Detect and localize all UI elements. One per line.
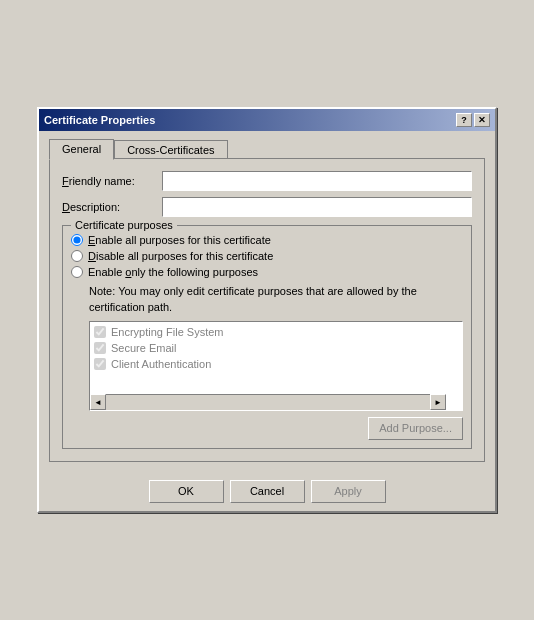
friendly-name-row: Friendly name: bbox=[62, 171, 472, 191]
title-bar-text: Certificate Properties bbox=[44, 114, 155, 126]
radio-enable-only-row: Enable only the following purposes bbox=[71, 266, 463, 278]
radio-disable-all[interactable] bbox=[71, 250, 83, 262]
scroll-right-arrow[interactable]: ► bbox=[430, 394, 446, 410]
radio-enable-only-label: Enable only the following purposes bbox=[88, 266, 258, 278]
radio-enable-all[interactable] bbox=[71, 234, 83, 246]
purpose-label-efs: Encrypting File System bbox=[111, 326, 223, 338]
purpose-checkbox-efs bbox=[94, 326, 106, 338]
cancel-button[interactable]: Cancel bbox=[230, 480, 305, 503]
friendly-name-label: Friendly name: bbox=[62, 175, 162, 187]
dialog-footer: OK Cancel Apply bbox=[39, 472, 495, 511]
description-row: Description: bbox=[62, 197, 472, 217]
certificate-purposes-group: Certificate purposes Enable all purposes… bbox=[62, 225, 472, 449]
scroll-left-arrow[interactable]: ◄ bbox=[90, 394, 106, 410]
purpose-label-email: Secure Email bbox=[111, 342, 176, 354]
purpose-label-client-auth: Client Authentication bbox=[111, 358, 211, 370]
certificate-properties-dialog: Certificate Properties ? ✕ General Cross… bbox=[37, 107, 497, 513]
radio-disable-all-label: Disable all purposes for this certificat… bbox=[88, 250, 273, 262]
radio-enable-only[interactable] bbox=[71, 266, 83, 278]
purposes-list-container: Encrypting File System Secure Email Clie… bbox=[89, 321, 463, 411]
title-bar-buttons: ? ✕ bbox=[456, 113, 490, 127]
list-item: Secure Email bbox=[94, 342, 458, 354]
purpose-checkbox-client-auth bbox=[94, 358, 106, 370]
add-purpose-row: Add Purpose... bbox=[71, 417, 463, 440]
apply-button[interactable]: Apply bbox=[311, 480, 386, 503]
tab-content-general: Friendly name: Description: Certificate … bbox=[49, 158, 485, 462]
tab-bar: General Cross-Certificates bbox=[49, 139, 485, 159]
list-item: Encrypting File System bbox=[94, 326, 458, 338]
title-bar: Certificate Properties ? ✕ bbox=[39, 109, 495, 131]
tab-cross-certificates[interactable]: Cross-Certificates bbox=[114, 140, 227, 160]
tab-general[interactable]: General bbox=[49, 139, 114, 160]
description-input[interactable] bbox=[162, 197, 472, 217]
note-text: Note: You may only edit certificate purp… bbox=[89, 284, 463, 315]
close-button[interactable]: ✕ bbox=[474, 113, 490, 127]
help-button[interactable]: ? bbox=[456, 113, 472, 127]
radio-enable-all-label: Enable all purposes for this certificate bbox=[88, 234, 271, 246]
horizontal-scrollbar[interactable]: ◄ ► bbox=[90, 394, 446, 410]
ok-button[interactable]: OK bbox=[149, 480, 224, 503]
scroll-track-h bbox=[106, 395, 430, 410]
purpose-checkbox-email bbox=[94, 342, 106, 354]
description-label: Description: bbox=[62, 201, 162, 213]
purposes-list: Encrypting File System Secure Email Clie… bbox=[90, 322, 462, 378]
radio-disable-all-row: Disable all purposes for this certificat… bbox=[71, 250, 463, 262]
radio-enable-all-row: Enable all purposes for this certificate bbox=[71, 234, 463, 246]
add-purpose-button[interactable]: Add Purpose... bbox=[368, 417, 463, 440]
list-item: Client Authentication bbox=[94, 358, 458, 370]
friendly-name-input[interactable] bbox=[162, 171, 472, 191]
dialog-content: General Cross-Certificates Friendly name… bbox=[39, 131, 495, 472]
certificate-purposes-legend: Certificate purposes bbox=[71, 219, 177, 231]
